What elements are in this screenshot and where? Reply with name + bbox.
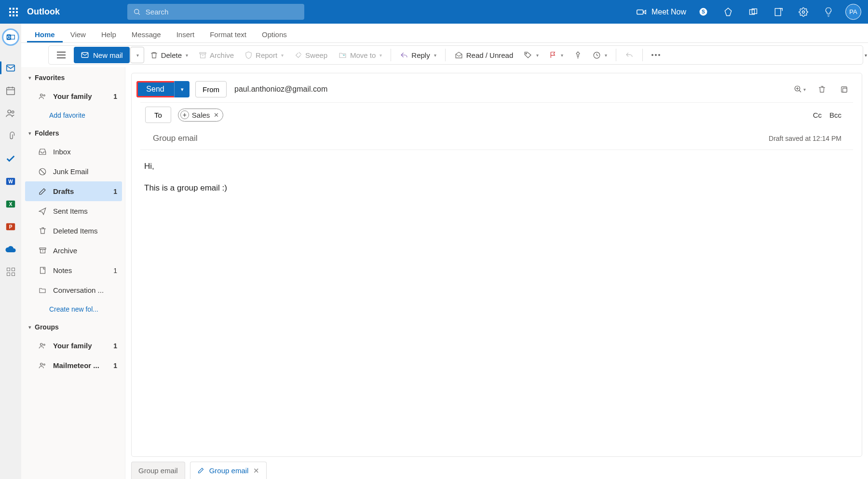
skype-icon[interactable]: S [692,0,714,24]
settings-icon[interactable] [792,0,814,24]
search-box[interactable] [127,4,304,20]
tips-icon[interactable] [817,0,840,24]
meet-now-button[interactable]: Meet Now [636,7,686,17]
svg-point-20 [12,110,14,113]
archive-icon [199,51,207,59]
rail-word-icon[interactable]: W [0,170,21,192]
reply-button[interactable]: Reply▾ [395,47,441,63]
tab-format-text[interactable]: Format text [202,26,254,42]
search-input[interactable] [145,7,298,16]
folder-junk[interactable]: Junk Email [25,162,122,181]
cc-link[interactable]: Cc [813,111,822,119]
snooze-button[interactable]: ▾ [588,47,612,63]
my-day-icon[interactable] [767,0,789,24]
folder-label: Archive [53,246,117,255]
move-to-button[interactable]: Move to▾ [333,47,387,63]
svg-text:O: O [7,35,11,40]
draft-saved-info: Draft saved at 12:14 PM [769,135,841,142]
svg-point-0 [135,9,139,14]
tab-view[interactable]: View [63,26,94,42]
rail-people-icon[interactable] [0,102,21,124]
flag-button[interactable]: ▾ [544,47,568,63]
tab-message[interactable]: Message [124,26,169,42]
rail-calendar-icon[interactable] [0,79,21,102]
svg-rect-53 [842,88,847,92]
report-button[interactable]: Report▾ [240,47,288,63]
app-launcher-icon[interactable] [4,2,23,22]
folders-section[interactable]: ▾ Folders [25,124,125,142]
tab-help[interactable]: Help [94,26,124,42]
group-mailmeteor[interactable]: Mailmeteor ... 1 [25,356,122,375]
svg-point-34 [526,53,527,54]
hamburger-icon[interactable] [54,48,68,62]
svg-marker-3 [643,10,646,14]
archive-button[interactable]: Archive [194,47,239,63]
sent-icon [38,207,47,216]
send-button[interactable]: Send [136,81,174,97]
expand-group-icon[interactable]: + [180,110,189,119]
favorite-your-family[interactable]: Your family 1 [25,86,122,106]
rail-files-icon[interactable] [0,124,21,147]
groups-label: Groups [35,323,59,331]
recipient-chip-sales[interactable]: + Sales ✕ [178,109,224,122]
rail-todo-icon[interactable] [0,147,21,170]
folder-deleted[interactable]: Deleted Items [25,221,122,241]
tab-home[interactable]: Home [27,26,63,42]
popout-icon[interactable] [836,81,852,97]
from-button[interactable]: From [195,81,227,97]
rail-mail-icon[interactable] [0,56,21,79]
rail-excel-icon[interactable]: X [0,192,21,215]
remove-chip-icon[interactable]: ✕ [213,111,220,119]
categorize-button[interactable]: ▾ [519,47,543,63]
folder-drafts[interactable]: Drafts 1 [25,181,122,201]
collapse-ribbon-icon[interactable]: ▾ [865,53,867,58]
subject-input[interactable] [152,133,769,144]
svg-point-10 [802,11,805,13]
svg-text:X: X [9,201,13,206]
new-mail-dropdown[interactable]: ▾ [130,47,144,63]
add-favorite-link[interactable]: Add favorite [25,106,125,124]
folder-archive[interactable]: Archive [25,241,122,260]
new-mail-button[interactable]: New mail [74,47,130,63]
send-dropdown[interactable]: ▾ [174,81,190,97]
report-label: Report [256,51,277,59]
folder-conversation[interactable]: Conversation ... [25,280,122,300]
folder-notes[interactable]: Notes 1 [25,260,122,280]
create-folder-link[interactable]: Create new fol... [25,300,125,318]
groups-section[interactable]: ▾ Groups [25,318,125,336]
favorites-section[interactable]: ▾ Favorites [25,69,125,86]
folder-inbox[interactable]: Inbox [25,142,122,162]
group-your-family[interactable]: Your family 1 [25,336,122,356]
rail-more-apps-icon[interactable] [0,260,21,283]
sweep-button[interactable]: Sweep [289,47,332,63]
discard-icon[interactable] [814,81,830,97]
ellipsis-icon [651,54,660,56]
delete-button[interactable]: Delete▾ [145,47,193,63]
body-line: This is a group email :) [144,181,849,194]
rail-powerpoint-icon[interactable]: P [0,215,21,238]
avatar[interactable]: PA [845,4,861,20]
tag-icon [524,51,532,59]
read-unread-button[interactable]: Read / Unread [449,47,518,63]
tab-insert[interactable]: Insert [169,26,203,42]
pin-button[interactable] [569,47,587,63]
teams-icon[interactable] [742,0,764,24]
to-button[interactable]: To [145,107,171,123]
close-tab-icon[interactable]: ✕ [253,466,259,475]
svg-line-39 [41,169,45,174]
folder-sent[interactable]: Sent Items [25,201,122,221]
zoom-icon[interactable]: ▾ [791,81,808,97]
draft-tab-inactive[interactable]: Group email [131,462,185,479]
mail-open-icon [454,51,463,59]
compose-wrap: Send ▾ From paul.anthonioz@gmail.com ▾ T… [125,67,868,479]
undo-button[interactable] [620,47,638,63]
svg-point-19 [8,110,11,113]
more-button[interactable] [647,47,665,63]
message-body[interactable]: Hi, This is a group email :) [140,150,853,456]
rail-onedrive-icon[interactable] [0,238,21,260]
svg-point-47 [43,364,45,365]
bcc-link[interactable]: Bcc [829,111,841,119]
tab-options[interactable]: Options [254,26,295,42]
premium-icon[interactable] [717,0,739,24]
draft-tab-active[interactable]: Group email ✕ [190,462,267,479]
